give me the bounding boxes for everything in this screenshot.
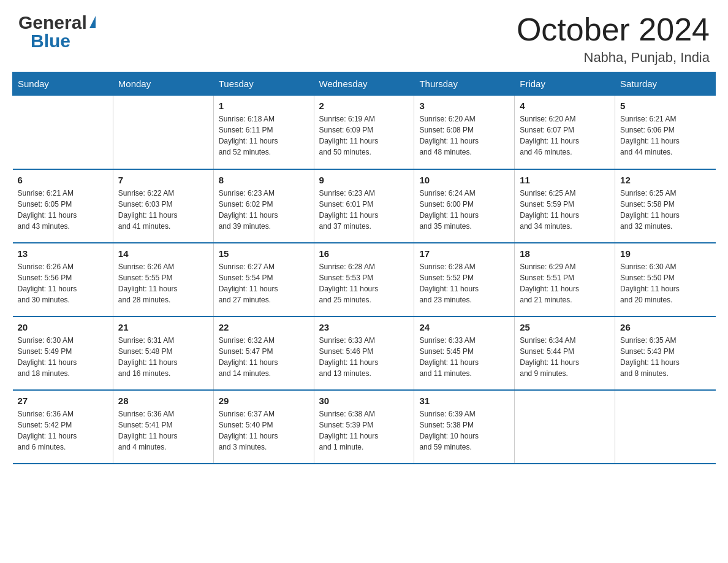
col-monday: Monday <box>113 72 213 96</box>
day-number: 10 <box>419 175 509 185</box>
day-cell: 4Sunrise: 6:20 AMSunset: 6:07 PMDaylight… <box>515 96 615 169</box>
day-number: 11 <box>520 175 610 185</box>
day-number: 24 <box>419 322 509 332</box>
day-info: Sunrise: 6:36 AMSunset: 5:41 PMDaylight:… <box>118 408 208 453</box>
col-tuesday: Tuesday <box>213 72 314 96</box>
day-cell: 14Sunrise: 6:26 AMSunset: 5:55 PMDayligh… <box>113 243 213 316</box>
day-cell: 23Sunrise: 6:33 AMSunset: 5:46 PMDayligh… <box>314 316 414 390</box>
day-cell: 22Sunrise: 6:32 AMSunset: 5:47 PMDayligh… <box>213 316 314 390</box>
day-cell <box>615 390 716 464</box>
week-row-1: 6Sunrise: 6:21 AMSunset: 6:05 PMDaylight… <box>13 169 716 243</box>
calendar-header: Sunday Monday Tuesday Wednesday Thursday… <box>13 72 716 96</box>
day-cell: 16Sunrise: 6:28 AMSunset: 5:53 PMDayligh… <box>314 243 414 316</box>
day-info: Sunrise: 6:23 AMSunset: 6:01 PMDaylight:… <box>319 188 409 232</box>
day-number: 12 <box>620 175 710 185</box>
day-number: 23 <box>319 322 409 332</box>
day-number: 22 <box>219 322 309 332</box>
day-cell: 30Sunrise: 6:38 AMSunset: 5:39 PMDayligh… <box>314 390 414 464</box>
day-info: Sunrise: 6:38 AMSunset: 5:39 PMDaylight:… <box>319 408 409 453</box>
day-cell: 31Sunrise: 6:39 AMSunset: 5:38 PMDayligh… <box>414 390 515 464</box>
logo-blue-text: Blue <box>31 31 70 51</box>
day-info: Sunrise: 6:30 AMSunset: 5:50 PMDaylight:… <box>620 261 710 305</box>
day-number: 8 <box>219 175 309 185</box>
day-number: 15 <box>219 248 309 259</box>
col-saturday: Saturday <box>615 72 716 96</box>
day-info: Sunrise: 6:33 AMSunset: 5:46 PMDaylight:… <box>319 335 409 379</box>
day-cell: 26Sunrise: 6:35 AMSunset: 5:43 PMDayligh… <box>615 316 716 390</box>
day-number: 14 <box>118 248 208 259</box>
day-number: 31 <box>419 396 509 406</box>
day-number: 1 <box>219 101 309 111</box>
day-cell: 20Sunrise: 6:30 AMSunset: 5:49 PMDayligh… <box>13 316 113 390</box>
month-title: October 2024 <box>517 12 710 47</box>
day-info: Sunrise: 6:30 AMSunset: 5:49 PMDaylight:… <box>18 335 108 379</box>
day-info: Sunrise: 6:21 AMSunset: 6:06 PMDaylight:… <box>620 113 710 158</box>
calendar-table: Sunday Monday Tuesday Wednesday Thursday… <box>12 72 716 464</box>
day-info: Sunrise: 6:32 AMSunset: 5:47 PMDaylight:… <box>219 335 309 379</box>
header: General Blue October 2024 Nabha, Punjab,… <box>0 0 728 72</box>
day-number: 18 <box>520 248 610 259</box>
day-number: 2 <box>319 101 409 111</box>
day-cell: 29Sunrise: 6:37 AMSunset: 5:40 PMDayligh… <box>213 390 314 464</box>
day-number: 28 <box>118 396 208 406</box>
day-info: Sunrise: 6:18 AMSunset: 6:11 PMDaylight:… <box>219 113 309 158</box>
location: Nabha, Punjab, India <box>517 50 710 66</box>
day-info: Sunrise: 6:25 AMSunset: 5:58 PMDaylight:… <box>620 188 710 232</box>
day-number: 19 <box>620 248 710 259</box>
week-row-4: 27Sunrise: 6:36 AMSunset: 5:42 PMDayligh… <box>13 390 716 464</box>
logo-general-text: General <box>18 12 87 33</box>
day-cell: 11Sunrise: 6:25 AMSunset: 5:59 PMDayligh… <box>515 169 615 243</box>
day-cell: 10Sunrise: 6:24 AMSunset: 6:00 PMDayligh… <box>414 169 515 243</box>
day-info: Sunrise: 6:29 AMSunset: 5:51 PMDaylight:… <box>520 261 610 305</box>
day-number: 17 <box>419 248 509 259</box>
day-info: Sunrise: 6:39 AMSunset: 5:38 PMDaylight:… <box>419 408 509 453</box>
day-cell: 28Sunrise: 6:36 AMSunset: 5:41 PMDayligh… <box>113 390 213 464</box>
header-row: Sunday Monday Tuesday Wednesday Thursday… <box>13 72 716 96</box>
day-cell <box>13 96 113 169</box>
col-friday: Friday <box>515 72 615 96</box>
day-info: Sunrise: 6:27 AMSunset: 5:54 PMDaylight:… <box>219 261 309 305</box>
day-cell: 1Sunrise: 6:18 AMSunset: 6:11 PMDaylight… <box>213 96 314 169</box>
logo-triangle-icon <box>89 16 96 28</box>
day-info: Sunrise: 6:21 AMSunset: 6:05 PMDaylight:… <box>18 188 108 232</box>
day-number: 25 <box>520 322 610 332</box>
day-info: Sunrise: 6:24 AMSunset: 6:00 PMDaylight:… <box>419 188 509 232</box>
logo-row: General <box>18 12 96 33</box>
week-row-3: 20Sunrise: 6:30 AMSunset: 5:49 PMDayligh… <box>13 316 716 390</box>
day-info: Sunrise: 6:37 AMSunset: 5:40 PMDaylight:… <box>219 408 309 453</box>
logo: General Blue <box>18 12 96 52</box>
day-cell <box>515 390 615 464</box>
day-info: Sunrise: 6:28 AMSunset: 5:53 PMDaylight:… <box>319 261 409 305</box>
week-row-2: 13Sunrise: 6:26 AMSunset: 5:56 PMDayligh… <box>13 243 716 316</box>
day-cell: 13Sunrise: 6:26 AMSunset: 5:56 PMDayligh… <box>13 243 113 316</box>
col-thursday: Thursday <box>414 72 515 96</box>
day-info: Sunrise: 6:23 AMSunset: 6:02 PMDaylight:… <box>219 188 309 232</box>
day-number: 5 <box>620 101 710 111</box>
day-number: 13 <box>18 248 108 259</box>
day-number: 27 <box>18 396 108 406</box>
day-cell: 19Sunrise: 6:30 AMSunset: 5:50 PMDayligh… <box>615 243 716 316</box>
day-number: 9 <box>319 175 409 185</box>
day-number: 20 <box>18 322 108 332</box>
day-number: 3 <box>419 101 509 111</box>
day-info: Sunrise: 6:33 AMSunset: 5:45 PMDaylight:… <box>419 335 509 379</box>
day-info: Sunrise: 6:34 AMSunset: 5:44 PMDaylight:… <box>520 335 610 379</box>
day-info: Sunrise: 6:20 AMSunset: 6:08 PMDaylight:… <box>419 113 509 158</box>
day-cell: 5Sunrise: 6:21 AMSunset: 6:06 PMDaylight… <box>615 96 716 169</box>
day-cell: 24Sunrise: 6:33 AMSunset: 5:45 PMDayligh… <box>414 316 515 390</box>
day-cell: 12Sunrise: 6:25 AMSunset: 5:58 PMDayligh… <box>615 169 716 243</box>
day-number: 4 <box>520 101 610 111</box>
page-container: General Blue October 2024 Nabha, Punjab,… <box>0 0 728 477</box>
day-info: Sunrise: 6:26 AMSunset: 5:55 PMDaylight:… <box>118 261 208 305</box>
day-cell: 25Sunrise: 6:34 AMSunset: 5:44 PMDayligh… <box>515 316 615 390</box>
day-cell: 7Sunrise: 6:22 AMSunset: 6:03 PMDaylight… <box>113 169 213 243</box>
day-number: 16 <box>319 248 409 259</box>
day-cell: 6Sunrise: 6:21 AMSunset: 6:05 PMDaylight… <box>13 169 113 243</box>
calendar-wrapper: Sunday Monday Tuesday Wednesday Thursday… <box>0 72 728 477</box>
day-number: 7 <box>118 175 208 185</box>
day-number: 21 <box>118 322 208 332</box>
day-info: Sunrise: 6:20 AMSunset: 6:07 PMDaylight:… <box>520 113 610 158</box>
day-cell <box>113 96 213 169</box>
day-cell: 9Sunrise: 6:23 AMSunset: 6:01 PMDaylight… <box>314 169 414 243</box>
day-number: 6 <box>18 175 108 185</box>
